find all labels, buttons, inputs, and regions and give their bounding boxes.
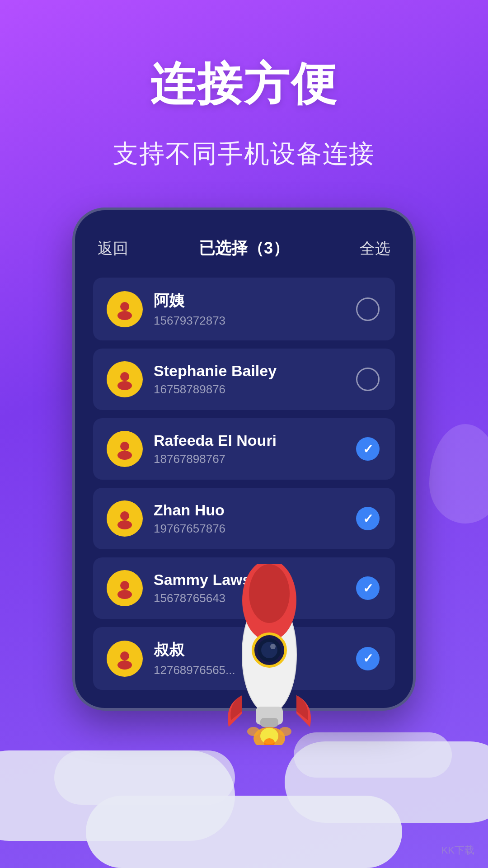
contact-checkbox[interactable]: ✓ <box>354 435 381 462</box>
contact-info: Stephanie Bailey16758789876 <box>154 362 343 396</box>
hero-subtitle: 支持不同手机设备连接 <box>113 137 375 171</box>
avatar <box>107 291 143 327</box>
contact-item[interactable]: Rafeeda El Nouri18767898767✓ <box>93 418 395 480</box>
avatar <box>107 641 143 677</box>
svg-point-18 <box>270 644 276 649</box>
svg-point-24 <box>247 727 260 736</box>
svg-rect-20 <box>260 718 278 727</box>
contact-name: Rafeeda El Nouri <box>154 432 343 449</box>
svg-point-8 <box>120 581 129 590</box>
svg-point-4 <box>120 442 129 451</box>
contact-name: Stephanie Bailey <box>154 362 343 380</box>
svg-point-17 <box>261 642 277 658</box>
checkmark-icon: ✓ <box>363 651 373 666</box>
unchecked-circle <box>356 297 380 321</box>
contact-name: 阿姨 <box>154 290 343 311</box>
phone-mockup: 返回 已选择（3） 全选 阿姨15679372873 Stephanie Bai… <box>72 208 416 711</box>
page: 连接方便 支持不同手机设备连接 返回 已选择（3） 全选 阿姨156793728… <box>0 0 488 868</box>
cloud-3 <box>86 796 402 868</box>
contact-phone: 16758789876 <box>154 382 343 396</box>
hero-title: 连接方便 <box>150 54 338 115</box>
svg-point-11 <box>117 660 132 670</box>
avatar <box>107 361 143 397</box>
contact-phone: 19767657876 <box>154 522 343 536</box>
contact-phone: 18767898767 <box>154 452 343 466</box>
contact-name: Zhan Huo <box>154 501 343 519</box>
avatar <box>107 500 143 537</box>
contact-item[interactable]: 阿姨15679372873 <box>93 278 395 340</box>
contact-phone: 15679372873 <box>154 314 343 328</box>
contact-checkbox[interactable] <box>354 296 381 323</box>
contact-info: Zhan Huo19767657876 <box>154 501 343 536</box>
contact-checkbox[interactable]: ✓ <box>354 645 381 672</box>
back-button[interactable]: 返回 <box>98 238 128 259</box>
contact-checkbox[interactable]: ✓ <box>354 505 381 532</box>
svg-point-10 <box>120 651 129 660</box>
cloud-4 <box>54 750 235 805</box>
svg-point-0 <box>120 302 129 311</box>
decorative-blob <box>429 424 488 524</box>
watermark: KK下载 <box>441 844 474 857</box>
svg-point-9 <box>117 590 132 599</box>
svg-point-3 <box>117 381 132 390</box>
selection-count: 已选择（3） <box>199 237 289 259</box>
svg-point-2 <box>120 372 129 381</box>
rocket-decoration <box>206 564 333 747</box>
svg-point-7 <box>117 520 132 529</box>
svg-point-6 <box>120 511 129 520</box>
svg-point-25 <box>279 727 291 736</box>
unchecked-circle <box>356 368 380 391</box>
avatar <box>107 570 143 606</box>
phone-top-bar: 返回 已选择（3） 全选 <box>93 237 395 259</box>
contact-checkbox[interactable] <box>354 366 381 393</box>
avatar <box>107 431 143 467</box>
contact-checkbox[interactable]: ✓ <box>354 575 381 602</box>
svg-point-1 <box>117 311 132 320</box>
select-all-button[interactable]: 全选 <box>360 238 390 259</box>
contact-item[interactable]: Stephanie Bailey16758789876 <box>93 349 395 410</box>
svg-point-14 <box>249 564 290 623</box>
checkmark-icon: ✓ <box>363 511 373 526</box>
contact-info: Rafeeda El Nouri18767898767 <box>154 432 343 466</box>
contact-info: 阿姨15679372873 <box>154 290 343 328</box>
svg-point-5 <box>117 451 132 460</box>
contact-item[interactable]: Zhan Huo19767657876✓ <box>93 488 395 549</box>
checkmark-icon: ✓ <box>363 442 373 457</box>
checkmark-icon: ✓ <box>363 581 373 596</box>
